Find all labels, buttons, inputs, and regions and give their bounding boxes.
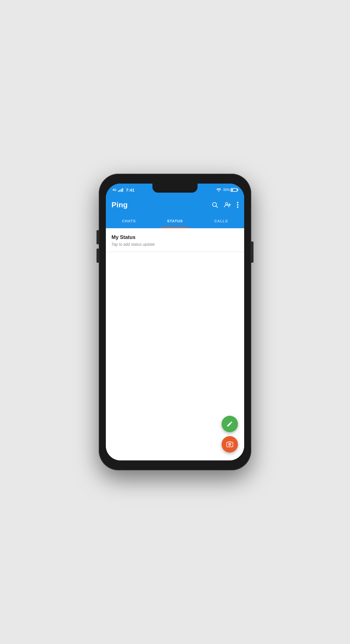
volume-down-button[interactable] [97, 249, 99, 263]
notch [152, 184, 198, 193]
battery-percent: 30% [223, 188, 230, 192]
svg-point-5 [237, 202, 239, 203]
add-contact-icon [224, 201, 231, 208]
add-photo-status-fab[interactable] [222, 436, 238, 452]
svg-point-6 [237, 204, 239, 206]
tab-status[interactable]: STATUS [152, 214, 198, 228]
app-title: Ping [111, 201, 211, 209]
volume-up-button[interactable] [97, 230, 99, 244]
status-bar-left: 4G 7:41 [113, 188, 134, 192]
my-status-title: My Status [111, 234, 239, 240]
signal-bar-3 [121, 189, 122, 192]
battery-icon [231, 188, 237, 192]
wifi-icon [216, 188, 221, 192]
my-status-subtitle: Tap to add status update [111, 242, 239, 247]
fab-container [222, 416, 238, 452]
signal-bar-1 [118, 191, 119, 192]
header-icons [211, 201, 239, 208]
phone-screen: 4G 7:41 30% [106, 184, 244, 460]
content-area: My Status Tap to add status update [106, 228, 244, 460]
svg-point-7 [237, 206, 239, 208]
camera-icon [226, 441, 233, 448]
tab-calls[interactable]: CALLS [198, 214, 244, 228]
signal-bars [118, 188, 123, 192]
add-contact-button[interactable] [224, 201, 231, 208]
battery-container: 30% [223, 188, 237, 192]
search-icon [211, 201, 218, 208]
svg-line-1 [216, 206, 218, 208]
phone-frame: 4G 7:41 30% [99, 174, 251, 470]
search-button[interactable] [211, 201, 218, 208]
signal-bar-2 [119, 190, 120, 192]
edit-status-fab[interactable] [222, 416, 238, 432]
svg-point-9 [229, 444, 230, 445]
more-vertical-icon [237, 201, 239, 208]
lte-label: 4G [113, 188, 116, 192]
status-bar-right: 30% [216, 188, 237, 192]
status-time: 7:41 [126, 188, 134, 192]
app-header: Ping [106, 196, 244, 214]
tabs-bar: CHATS STATUS CALLS [106, 214, 244, 228]
tab-chats[interactable]: CHATS [106, 214, 152, 228]
power-button[interactable] [251, 242, 253, 263]
signal-bar-4 [122, 188, 123, 192]
more-options-button[interactable] [237, 201, 239, 208]
my-status-section[interactable]: My Status Tap to add status update [106, 228, 244, 252]
pencil-icon [226, 421, 233, 427]
svg-point-2 [226, 203, 228, 205]
battery-fill [231, 189, 233, 191]
